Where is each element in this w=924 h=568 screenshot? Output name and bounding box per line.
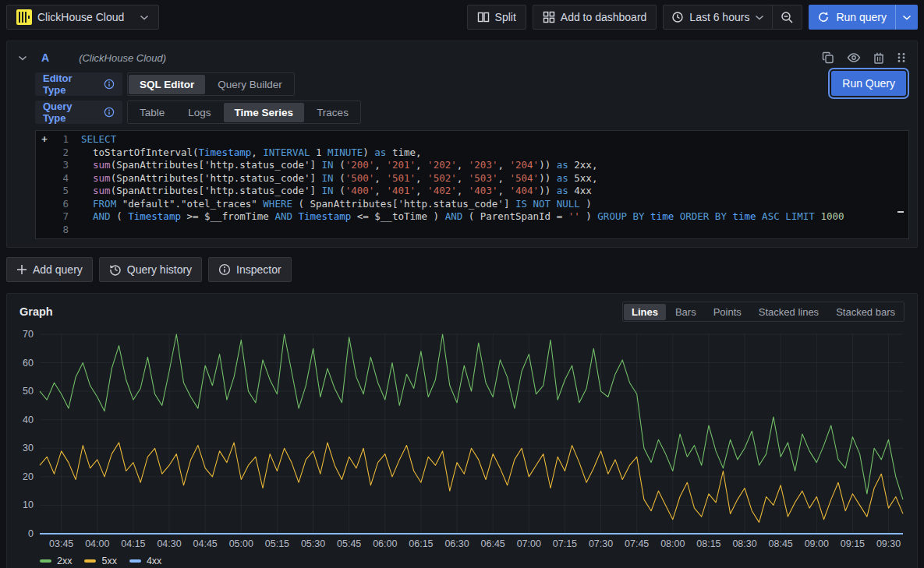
zoom-out-icon (781, 11, 794, 24)
query-row-header[interactable]: A (ClickHouse Cloud) (15, 46, 909, 69)
hide-response-eye-icon[interactable] (847, 52, 861, 63)
time-range-picker[interactable]: Last 6 hours (664, 5, 772, 29)
remove-query-trash-icon[interactable] (873, 51, 884, 64)
run-query-button[interactable]: Run query (809, 5, 895, 30)
option-traces[interactable]: Traces (306, 103, 359, 122)
option-lines[interactable]: Lines (624, 304, 666, 320)
run-query-dropdown[interactable] (895, 5, 918, 30)
code-line: 5 sum(SpanAttributes['http.status_code']… (36, 185, 908, 198)
query-datasource-hint: (ClickHouse Cloud) (79, 52, 166, 64)
chevron-down-icon (140, 15, 149, 20)
legend-item-5xx[interactable]: 5xx (84, 556, 116, 566)
code-line: 3 sum(SpanAttributes['http.status_code']… (36, 159, 908, 172)
info-icon[interactable] (104, 79, 115, 90)
top-toolbar: ClickHouse Cloud Split Add to dashboard … (0, 0, 924, 34)
legend-item-4xx[interactable]: 4xx (129, 556, 161, 566)
legend-label: 5xx (101, 556, 116, 566)
option-stacked-bars[interactable]: Stacked bars (828, 304, 903, 320)
copy-query-icon[interactable] (822, 51, 834, 64)
option-sql-editor[interactable]: SQL Editor (129, 75, 205, 94)
collapse-chevron-icon[interactable] (18, 55, 27, 61)
svg-text:06:15: 06:15 (409, 538, 433, 549)
add-to-dashboard-label: Add to dashboard (561, 11, 647, 23)
svg-text:04:30: 04:30 (157, 538, 181, 549)
split-label: Split (495, 11, 516, 23)
code-line: 7 AND ( Timestamp >= $__fromTime AND Tim… (36, 210, 908, 224)
time-range-label: Last 6 hours (689, 11, 749, 23)
add-query-button[interactable]: Add query (6, 257, 93, 282)
svg-text:07:00: 07:00 (517, 538, 541, 549)
zoom-out-button[interactable] (772, 5, 802, 29)
code-line: +1SELECT (36, 133, 908, 146)
query-editor-panel: A (ClickHouse Cloud) Editor Type (6, 41, 918, 248)
option-query-builder[interactable]: Query Builder (207, 75, 293, 94)
add-to-dashboard-icon (543, 11, 555, 23)
query-history-button[interactable]: Query history (99, 257, 202, 282)
svg-text:10: 10 (23, 499, 34, 510)
svg-text:07:30: 07:30 (589, 538, 613, 549)
legend-color-pill (129, 559, 141, 563)
svg-text:09:00: 09:00 (805, 538, 829, 549)
svg-text:09:30: 09:30 (876, 538, 901, 549)
legend-color-pill (84, 559, 96, 563)
svg-text:50: 50 (23, 386, 34, 397)
split-button[interactable]: Split (467, 5, 526, 30)
time-controls: Last 6 hours (663, 5, 802, 30)
run-query-label: Run query (836, 11, 887, 23)
option-time-series[interactable]: Time Series (224, 103, 305, 122)
editor-type-label: Editor Type (35, 72, 122, 96)
timeseries-chart[interactable]: 01020304050607003:4504:0004:1504:3004:45… (13, 325, 911, 554)
text-cursor (897, 211, 904, 213)
svg-text:08:30: 08:30 (732, 538, 756, 549)
code-line: 6 FROM "default"."otel_traces" WHERE ( S… (36, 198, 908, 211)
add-to-dashboard-button[interactable]: Add to dashboard (533, 5, 657, 30)
query-ref-id: A (41, 51, 49, 64)
svg-text:08:15: 08:15 (696, 538, 720, 549)
split-icon (477, 11, 490, 23)
info-circle-icon (218, 263, 231, 276)
option-points[interactable]: Points (706, 304, 749, 320)
svg-text:06:30: 06:30 (444, 538, 469, 549)
svg-text:70: 70 (23, 329, 34, 340)
svg-text:60: 60 (23, 358, 34, 369)
svg-text:08:45: 08:45 (769, 538, 793, 549)
svg-text:20: 20 (23, 471, 34, 482)
svg-text:05:45: 05:45 (337, 538, 361, 549)
svg-text:07:15: 07:15 (553, 538, 577, 549)
button-label: Add query (33, 263, 83, 276)
option-logs[interactable]: Logs (177, 103, 221, 122)
clock-icon (671, 11, 684, 23)
legend-item-2xx[interactable]: 2xx (40, 556, 72, 566)
chart-legend: 2xx5xx4xx (13, 554, 911, 566)
legend-color-pill (40, 559, 51, 563)
svg-text:05:00: 05:00 (229, 538, 253, 549)
svg-text:09:15: 09:15 (841, 538, 865, 549)
svg-text:06:00: 06:00 (373, 538, 397, 549)
drag-handle-icon[interactable] (897, 52, 906, 63)
svg-text:04:00: 04:00 (85, 538, 109, 549)
history-icon (109, 263, 122, 276)
chart-svg[interactable]: 01020304050607003:4504:0004:1504:3004:45… (13, 325, 911, 554)
inspector-button[interactable]: Inspector (208, 257, 292, 282)
sync-icon (817, 11, 830, 23)
chevron-down-icon (902, 15, 912, 20)
code-line: 8 (36, 224, 908, 237)
option-stacked-lines[interactable]: Stacked lines (751, 304, 827, 320)
datasource-picker[interactable]: ClickHouse Cloud (6, 5, 159, 30)
graph-panel-title: Graph (19, 305, 53, 318)
datasource-label: ClickHouse Cloud (37, 11, 124, 23)
info-icon[interactable] (104, 107, 115, 118)
button-label: Inspector (236, 263, 281, 276)
option-table[interactable]: Table (129, 103, 175, 122)
chevron-down-icon (755, 15, 764, 20)
sql-code-editor[interactable]: +1SELECT2 toStartOfInterval(Timestamp, I… (35, 130, 909, 239)
code-line: 4 sum(SpanAttributes['http.status_code']… (36, 172, 908, 185)
svg-text:03:45: 03:45 (49, 538, 73, 549)
svg-text:06:45: 06:45 (481, 538, 505, 549)
option-bars[interactable]: Bars (667, 304, 704, 320)
plus-icon (16, 264, 27, 275)
query-type-label: Query Type (35, 101, 122, 124)
run-query-panel-button[interactable]: Run Query (831, 71, 906, 96)
svg-text:04:15: 04:15 (121, 538, 145, 549)
svg-text:40: 40 (23, 415, 34, 425)
